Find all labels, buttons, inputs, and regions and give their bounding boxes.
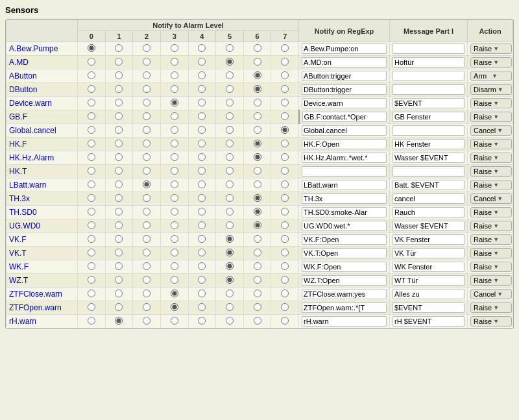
- regexp-input[interactable]: [302, 248, 387, 258]
- radio-level-7[interactable]: [281, 153, 289, 161]
- radio-level-0[interactable]: [88, 290, 95, 297]
- regexp-input[interactable]: [302, 207, 387, 217]
- regexp-input[interactable]: [302, 316, 387, 327]
- radio-level-1[interactable]: [115, 180, 123, 188]
- radio-level-4[interactable]: [198, 262, 206, 270]
- radio-level-7[interactable]: [281, 262, 289, 270]
- radio-level-1[interactable]: [115, 153, 123, 161]
- message-input[interactable]: [392, 221, 465, 231]
- message-input[interactable]: [392, 316, 465, 327]
- radio-level-1[interactable]: [115, 44, 123, 52]
- action-select[interactable]: Raise▼: [470, 166, 512, 177]
- message-input[interactable]: [392, 98, 465, 108]
- sensor-name-link[interactable]: ZTFClose.warn: [9, 290, 62, 299]
- radio-level-2[interactable]: [143, 262, 151, 270]
- radio-level-4[interactable]: [198, 317, 206, 325]
- message-input[interactable]: [392, 139, 465, 149]
- radio-level-6[interactable]: [254, 153, 261, 161]
- action-select[interactable]: Raise▼: [470, 234, 512, 245]
- message-input[interactable]: [392, 275, 465, 286]
- regexp-input[interactable]: [302, 193, 387, 204]
- radio-level-3[interactable]: [171, 221, 178, 229]
- radio-level-3[interactable]: [171, 276, 178, 284]
- radio-level-0[interactable]: [88, 249, 95, 256]
- radio-level-2[interactable]: [143, 71, 151, 79]
- radio-level-1[interactable]: [115, 71, 123, 79]
- radio-level-6[interactable]: [254, 180, 261, 188]
- action-select[interactable]: Raise▼: [470, 153, 512, 163]
- radio-level-2[interactable]: [143, 194, 151, 202]
- sensor-name-link[interactable]: HK.F: [9, 140, 27, 149]
- radio-level-5[interactable]: [226, 85, 234, 93]
- radio-level-7[interactable]: [281, 85, 289, 93]
- radio-level-2[interactable]: [143, 221, 151, 229]
- message-input[interactable]: [392, 71, 465, 81]
- action-select[interactable]: Cancel▼: [470, 289, 512, 299]
- radio-level-5[interactable]: [226, 153, 234, 161]
- radio-level-5[interactable]: [226, 221, 234, 229]
- radio-level-4[interactable]: [198, 167, 206, 175]
- action-select[interactable]: Disarm▼: [470, 84, 512, 95]
- radio-level-5[interactable]: [226, 194, 234, 202]
- radio-level-0[interactable]: [88, 180, 95, 188]
- radio-level-6[interactable]: [254, 71, 261, 79]
- action-select[interactable]: Raise▼: [470, 139, 512, 149]
- regexp-input[interactable]: [302, 234, 387, 245]
- regexp-input[interactable]: [302, 139, 387, 149]
- radio-level-2[interactable]: [143, 276, 151, 284]
- action-select[interactable]: Raise▼: [470, 303, 512, 313]
- radio-level-6[interactable]: [254, 85, 261, 93]
- sensor-name-link[interactable]: AButton: [9, 71, 37, 80]
- radio-level-5[interactable]: [226, 71, 234, 79]
- radio-level-6[interactable]: [254, 44, 261, 52]
- radio-level-2[interactable]: [143, 249, 151, 256]
- radio-level-1[interactable]: [115, 99, 123, 106]
- action-select[interactable]: Raise▼: [470, 207, 512, 217]
- radio-level-6[interactable]: [254, 167, 261, 175]
- radio-level-0[interactable]: [88, 112, 95, 120]
- radio-level-6[interactable]: [254, 290, 261, 297]
- regexp-input[interactable]: [302, 166, 387, 177]
- radio-level-1[interactable]: [115, 249, 123, 256]
- sensor-name-link[interactable]: WZ.T: [9, 276, 28, 285]
- message-input[interactable]: [392, 289, 465, 299]
- radio-level-6[interactable]: [254, 126, 261, 134]
- radio-level-0[interactable]: [88, 153, 95, 161]
- radio-level-5[interactable]: [226, 208, 234, 216]
- radio-level-4[interactable]: [198, 221, 206, 229]
- radio-level-2[interactable]: [143, 140, 151, 147]
- radio-level-4[interactable]: [198, 290, 206, 297]
- radio-level-7[interactable]: [281, 208, 289, 216]
- regexp-input[interactable]: [302, 71, 387, 81]
- sensor-name-link[interactable]: Device.warn: [9, 99, 52, 108]
- radio-level-5[interactable]: [226, 99, 234, 106]
- regexp-input[interactable]: [302, 84, 387, 95]
- radio-level-4[interactable]: [198, 194, 206, 202]
- radio-level-5[interactable]: [226, 126, 234, 134]
- radio-level-6[interactable]: [254, 140, 261, 147]
- message-input[interactable]: [392, 125, 465, 136]
- radio-level-4[interactable]: [198, 276, 206, 284]
- radio-level-2[interactable]: [143, 153, 151, 161]
- radio-level-7[interactable]: [281, 167, 289, 175]
- radio-level-0[interactable]: [88, 58, 95, 66]
- radio-level-6[interactable]: [254, 112, 261, 120]
- radio-level-6[interactable]: [254, 58, 261, 66]
- radio-level-1[interactable]: [115, 112, 123, 120]
- message-input[interactable]: [392, 248, 465, 258]
- radio-level-2[interactable]: [143, 303, 151, 311]
- radio-level-3[interactable]: [171, 262, 178, 270]
- regexp-input[interactable]: [302, 221, 387, 231]
- radio-level-7[interactable]: [281, 194, 289, 202]
- radio-level-2[interactable]: [143, 180, 151, 188]
- sensor-name-link[interactable]: VK.F: [9, 235, 27, 244]
- sensor-name-link[interactable]: ZTFOpen.warn: [9, 303, 62, 312]
- radio-level-6[interactable]: [254, 235, 261, 243]
- radio-level-2[interactable]: [143, 317, 151, 325]
- action-select[interactable]: Raise▼: [470, 221, 512, 231]
- message-input[interactable]: [392, 112, 465, 122]
- sensor-name-link[interactable]: Global.cancel: [9, 126, 56, 135]
- action-select[interactable]: Cancel▼: [470, 125, 512, 136]
- radio-level-7[interactable]: [281, 276, 289, 284]
- action-select[interactable]: Raise▼: [470, 180, 512, 190]
